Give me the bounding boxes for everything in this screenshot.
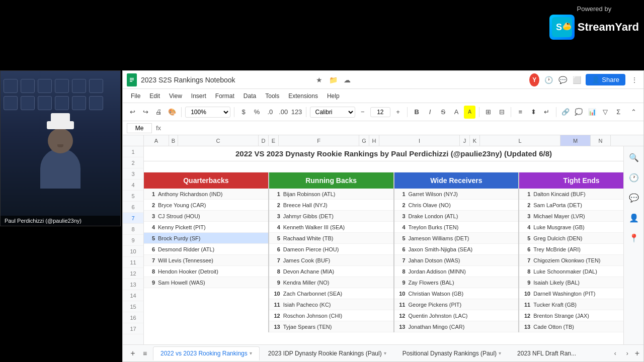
menu-help[interactable]: Help <box>323 92 344 101</box>
percent-btn[interactable]: % <box>251 106 262 119</box>
history-icon[interactable]: 🕐 <box>543 75 553 85</box>
menu-format[interactable]: Format <box>211 92 238 101</box>
col-N[interactable]: N <box>591 135 611 146</box>
decimal-down-btn[interactable]: .0 <box>265 106 276 119</box>
font-plus-btn[interactable]: + <box>392 106 404 119</box>
rb-row-12[interactable]: 12 Roschon Johnson (CHI) <box>269 310 393 321</box>
qb-row-1[interactable]: 1 Anthony Richardson (IND) <box>144 189 268 200</box>
col-H[interactable]: H <box>369 135 379 146</box>
qb-row-5[interactable]: 5 Brock Purdy (SF) <box>144 233 268 244</box>
sidebar-explore-icon[interactable]: 🔍 <box>627 150 641 164</box>
wr-row-8[interactable]: 8 Jordan Addison (MINN) <box>394 266 519 277</box>
rb-row-1[interactable]: 1 Bijan Robinson (ATL) <box>269 189 393 200</box>
undo-btn[interactable]: ↩ <box>127 106 138 119</box>
print-btn[interactable]: 🖨 <box>153 106 165 119</box>
folder-icon[interactable]: 📁 <box>328 75 338 85</box>
rb-row-2[interactable]: 2 Breece Hall (NYJ) <box>269 200 393 211</box>
format-num-btn[interactable]: 123 <box>291 106 302 119</box>
cloud-icon[interactable]: ☁ <box>342 75 352 85</box>
expand-btn[interactable]: ⌃ <box>628 106 639 119</box>
col-J[interactable]: J <box>460 135 470 146</box>
sidebar-person-icon[interactable]: 👤 <box>627 211 641 225</box>
bold-btn[interactable]: B <box>411 106 422 119</box>
tab-menu-btn[interactable]: ≡ <box>139 347 151 359</box>
border-btn[interactable]: ⊞ <box>483 106 494 119</box>
rb-row-11[interactable]: 11 Isiah Pacheco (KC) <box>269 299 393 310</box>
wr-row-3[interactable]: 3 Drake London (ATL) <box>394 211 519 222</box>
wr-row-4[interactable]: 4 Treylon Burks (TEN) <box>394 222 519 233</box>
formula-btn[interactable]: Σ <box>613 106 624 119</box>
tab-prev-btn[interactable]: ‹ <box>610 348 621 359</box>
col-B[interactable]: B <box>169 135 178 146</box>
qb-row-2[interactable]: 2 Bryce Young (CAR) <box>144 200 268 211</box>
wr-row-9[interactable]: 9 Zay Flowers (BAL) <box>394 277 519 288</box>
wr-row-7[interactable]: 7 Jahan Dotson (WAS) <box>394 255 519 266</box>
rb-row-8[interactable]: 8 Devon Achane (MIA) <box>269 266 393 277</box>
chart-btn[interactable]: 📊 <box>587 106 598 119</box>
menu-file[interactable]: File <box>127 92 144 101</box>
menu-extensions[interactable]: Extensions <box>284 92 322 101</box>
highlight-btn[interactable]: A <box>464 106 475 119</box>
tab-next-btn[interactable]: › <box>622 348 633 359</box>
menu-edit[interactable]: Edit <box>145 92 164 101</box>
paint-btn[interactable]: 🎨 <box>167 106 178 119</box>
col-G[interactable]: G <box>359 135 369 146</box>
wr-row-13[interactable]: 13 Jonathan Mingo (CAR) <box>394 321 519 332</box>
link-btn[interactable]: 🔗 <box>560 106 571 119</box>
sidebar-map-icon[interactable]: 📍 <box>627 231 641 245</box>
text-color-btn[interactable]: A <box>451 106 462 119</box>
rb-row-5[interactable]: 5 Rachaad White (TB) <box>269 233 393 244</box>
col-F[interactable]: F <box>279 135 359 146</box>
strikethrough-btn[interactable]: S <box>438 106 449 119</box>
align-btn[interactable]: ≡ <box>515 106 526 119</box>
col-I[interactable]: I <box>379 135 460 146</box>
wr-row-2[interactable]: 2 Chris Olave (NO) <box>394 200 519 211</box>
cell-reference[interactable] <box>127 123 152 133</box>
qb-row-8[interactable]: 8 Hendon Hooker (Detroit) <box>144 266 268 277</box>
screen-icon[interactable]: ⬜ <box>572 75 582 85</box>
rb-row-6[interactable]: 6 Dameon Pierce (HOU) <box>269 244 393 255</box>
menu-tools[interactable]: Tools <box>261 92 283 101</box>
valign-btn[interactable]: ⬍ <box>528 106 539 119</box>
account-icon[interactable]: Y <box>529 75 539 85</box>
filter-btn[interactable]: ▽ <box>600 106 611 119</box>
tab-positional-rankings[interactable]: Positional Dynasty Rankings (Paul) ▾ <box>395 346 509 360</box>
col-D[interactable]: D <box>259 135 269 146</box>
col-M[interactable]: M <box>560 135 591 146</box>
qb-row-3[interactable]: 3 CJ Stroud (HOU) <box>144 211 268 222</box>
wr-row-12[interactable]: 12 Quentin Johnston (LAC) <box>394 310 519 321</box>
rb-row-4[interactable]: 4 Kenneth Walker III (SEA) <box>269 222 393 233</box>
col-L[interactable]: L <box>480 135 560 146</box>
currency-btn[interactable]: $ <box>238 106 249 119</box>
qb-row-6[interactable]: 6 Desmond Ridder (ATL) <box>144 244 268 255</box>
share-button[interactable]: 👤 Share <box>586 74 625 85</box>
star-icon[interactable]: ★ <box>314 75 324 85</box>
wrap-btn[interactable]: ↵ <box>541 106 552 119</box>
wr-row-11[interactable]: 11 George Pickens (PIT) <box>394 299 519 310</box>
qb-row-4[interactable]: 4 Kenny Pickett (PIT) <box>144 222 268 233</box>
sidebar-chat-icon[interactable]: 💬 <box>627 191 641 205</box>
more-icon[interactable]: ⋮ <box>629 75 639 85</box>
add-sheet-btn[interactable]: + <box>635 349 639 358</box>
add-tab-btn[interactable]: + <box>127 347 139 359</box>
comment-btn[interactable]: 💭 <box>573 106 584 119</box>
col-E[interactable]: E <box>269 135 279 146</box>
col-K[interactable]: K <box>470 135 480 146</box>
wr-row-1[interactable]: 1 Garret Wilson (NYJ) <box>394 189 519 200</box>
wr-row-6[interactable]: 6 Jaxon Smith-Njigba (SEA) <box>394 244 519 255</box>
qb-row-9[interactable]: 9 Sam Howell (WAS) <box>144 277 268 288</box>
comment-icon[interactable]: 💬 <box>557 75 568 85</box>
redo-btn[interactable]: ↪ <box>140 106 151 119</box>
merge-btn[interactable]: ⊟ <box>496 106 507 119</box>
wr-row-5[interactable]: 5 Jameson Williams (DET) <box>394 233 519 244</box>
col-C[interactable]: C <box>178 135 259 146</box>
menu-insert[interactable]: Insert <box>187 92 210 101</box>
rb-row-7[interactable]: 7 James Cook (BUF) <box>269 255 393 266</box>
sidebar-history-icon[interactable]: 🕐 <box>627 170 641 185</box>
rb-row-3[interactable]: 3 Jahmyr Gibbs (DET) <box>269 211 393 222</box>
font-size-input[interactable] <box>370 107 390 117</box>
col-A[interactable]: A <box>144 135 169 146</box>
font-minus-btn[interactable]: − <box>357 106 368 119</box>
formula-input[interactable] <box>165 125 639 132</box>
qb-row-7[interactable]: 7 Will Levis (Tennessee) <box>144 255 268 266</box>
